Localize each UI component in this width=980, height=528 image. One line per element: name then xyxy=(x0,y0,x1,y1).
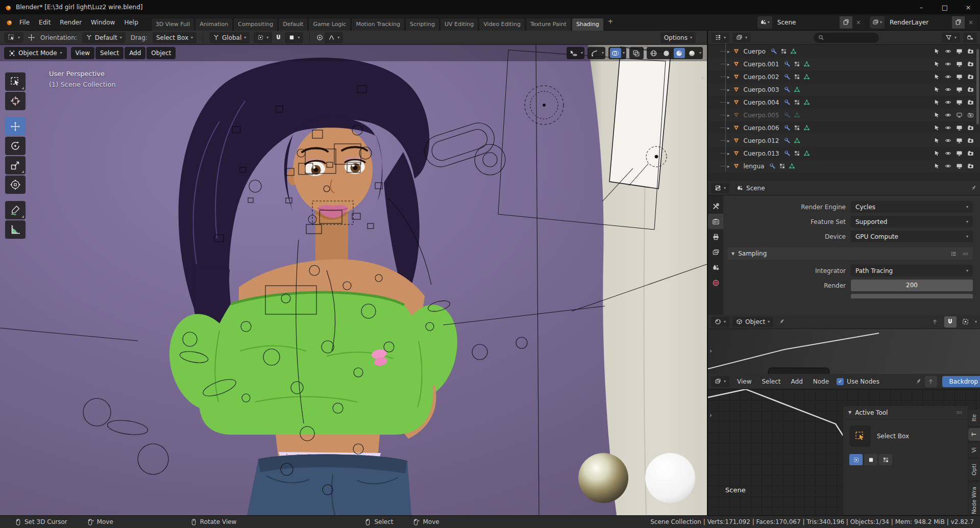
tool-button[interactable] xyxy=(5,117,26,136)
selectable-icon[interactable] xyxy=(934,137,940,144)
selectable-icon[interactable] xyxy=(934,163,940,169)
viewport-disable-icon[interactable] xyxy=(956,61,963,67)
setting-dropdown[interactable]: Cycles ▾ xyxy=(851,201,973,213)
tool-button[interactable] xyxy=(5,201,26,219)
expand-arrow-icon[interactable]: ▸ xyxy=(727,49,730,54)
workspace-tab[interactable]: Compositing xyxy=(233,18,278,31)
selectable-icon[interactable] xyxy=(934,73,940,80)
hide-eye-icon[interactable] xyxy=(945,112,951,118)
render-enable-icon[interactable] xyxy=(967,163,974,169)
compositor-menu-item[interactable]: Add xyxy=(787,378,807,385)
hide-eye-icon[interactable] xyxy=(945,137,951,144)
wireframe-shading-button[interactable] xyxy=(648,48,659,58)
setting-dropdown[interactable]: Path Tracing ▾ xyxy=(851,265,973,276)
sidebar-collapse-arrow[interactable]: ‹ xyxy=(701,74,704,82)
scene-unlink-button[interactable]: × xyxy=(852,19,865,26)
render-enable-icon[interactable] xyxy=(967,150,974,157)
viewport-disable-icon[interactable] xyxy=(956,124,963,131)
viewport-menu-item[interactable]: Object xyxy=(146,47,176,59)
blender-menu-icon[interactable] xyxy=(5,18,13,26)
sidebar-tab[interactable]: Ite xyxy=(968,410,980,426)
viewport-disable-icon[interactable] xyxy=(956,163,963,169)
tool-button[interactable] xyxy=(5,92,26,110)
expand-arrow-icon[interactable]: ▸ xyxy=(727,100,730,105)
backdrop-toggle-button[interactable]: Backdrop xyxy=(942,376,980,387)
hide-eye-icon[interactable] xyxy=(945,61,951,67)
select-set-mode-button[interactable] xyxy=(849,454,863,465)
editor-type-dropdown[interactable]: ▾ xyxy=(711,183,729,193)
outliner-row[interactable]: ▸ Cuerpo.002 xyxy=(708,70,980,83)
solid-shading-button[interactable] xyxy=(661,48,672,58)
tool-button[interactable] xyxy=(5,175,26,194)
expand-arrow-icon[interactable]: ▸ xyxy=(727,74,730,80)
sidebar-tab[interactable]: Opti xyxy=(968,459,980,480)
workspace-tab[interactable]: Motion Tracking xyxy=(351,18,405,31)
gizmos-toggle[interactable]: ▾ xyxy=(587,47,605,59)
outliner-row[interactable]: ▸ Cuerpo.012 xyxy=(708,134,980,147)
workspace-tab[interactable]: Video Editing xyxy=(479,18,525,31)
hide-eye-icon[interactable] xyxy=(945,124,951,131)
viewport-disabled-icon[interactable] xyxy=(956,112,963,118)
active-tool-dropdown[interactable]: ▾ xyxy=(4,32,23,43)
object-name[interactable]: Cuerpo.002 xyxy=(744,73,779,81)
viewport-menu-item[interactable]: View xyxy=(71,47,94,59)
viewport-samples-slider-clipped[interactable] xyxy=(851,294,973,298)
maximize-button[interactable]: □ xyxy=(933,0,957,14)
outliner-filter-id-dropdown[interactable]: ▾ xyxy=(732,33,751,43)
active-tool-header[interactable]: ▼ Active Tool xyxy=(843,406,968,419)
workspace-tab[interactable]: Shading xyxy=(572,18,604,31)
render-enable-icon[interactable] xyxy=(967,48,974,55)
region-expand-arrow[interactable]: › xyxy=(709,347,712,355)
workspace-tab[interactable]: Default xyxy=(278,18,308,31)
overlays-toggle[interactable]: ▾ xyxy=(608,47,626,59)
outliner-filter-dropdown[interactable]: ▾ xyxy=(942,33,960,43)
go-parent-node-tree-icon[interactable] xyxy=(929,316,941,328)
workspace-tab[interactable]: Scripting xyxy=(405,18,439,31)
go-parent-node-tree-icon[interactable] xyxy=(925,376,937,387)
visibility-dropdown[interactable]: ▾ xyxy=(567,47,584,59)
material-preview-shading-button[interactable] xyxy=(674,48,685,58)
scene-browse-button[interactable]: ▾ xyxy=(757,16,772,29)
object-name[interactable]: Cuerpo.012 xyxy=(744,137,779,144)
outliner-search-input[interactable] xyxy=(814,33,878,43)
selectable-icon[interactable] xyxy=(934,150,940,157)
selectable-icon[interactable] xyxy=(934,48,940,55)
render-enable-icon[interactable] xyxy=(967,73,974,80)
viewport-3d[interactable]: Object Mode ▾ ViewSelectAddObject ▾ ▾ ▾ xyxy=(0,45,707,515)
tool-button[interactable] xyxy=(5,156,26,174)
proportional-falloff-dropdown[interactable]: ▾ xyxy=(325,32,343,43)
render-enable-icon[interactable] xyxy=(967,99,974,106)
snap-node-dropdown[interactable] xyxy=(960,316,972,328)
tool-button[interactable] xyxy=(5,220,26,239)
move-tool-icon[interactable] xyxy=(28,34,35,41)
compositor-canvas[interactable]: › Scene ▼ Active Tool Select Box xyxy=(708,389,980,515)
pin-icon[interactable] xyxy=(778,318,785,325)
hide-eye-icon[interactable] xyxy=(945,150,951,157)
editor-type-dropdown[interactable]: ▾ xyxy=(711,376,729,387)
menu-item[interactable]: File xyxy=(15,14,34,31)
active-tool-icon-button[interactable] xyxy=(849,425,871,447)
hide-eye-icon[interactable] xyxy=(945,48,951,55)
render-layer-unlink-button[interactable]: × xyxy=(965,19,977,26)
object-name[interactable]: Cuerpo.003 xyxy=(744,86,779,93)
viewport-disable-icon[interactable] xyxy=(956,137,963,144)
outliner-row[interactable]: ▸ Cuerpo xyxy=(708,45,980,58)
outliner-row[interactable]: ▸ Cuerpo.004 xyxy=(708,96,980,109)
rendered-shading-button[interactable] xyxy=(687,48,698,58)
workspace-tab[interactable]: Texture Paint xyxy=(526,18,571,31)
selectable-icon[interactable] xyxy=(934,61,940,67)
presets-icon[interactable] xyxy=(950,250,957,257)
viewport-menu-item[interactable]: Select xyxy=(95,47,124,59)
properties-tab[interactable] xyxy=(708,214,723,229)
viewport-disable-icon[interactable] xyxy=(956,48,963,55)
hide-eye-icon[interactable] xyxy=(945,73,951,80)
expand-arrow-icon[interactable]: ▸ xyxy=(727,151,730,156)
expand-arrow-icon[interactable]: ▸ xyxy=(727,113,730,118)
snap-magnet-icon[interactable] xyxy=(944,316,957,328)
object-name[interactable]: Cuerpo.005 xyxy=(744,112,779,119)
outliner-row[interactable]: ▸ Cuerpo.001 xyxy=(708,58,980,70)
workspace-tab[interactable]: 3D View Full xyxy=(151,18,194,31)
render-layer-name-field[interactable]: RenderLayer xyxy=(885,19,952,26)
hide-eye-icon[interactable] xyxy=(945,163,951,169)
viewport-disable-icon[interactable] xyxy=(956,86,963,93)
